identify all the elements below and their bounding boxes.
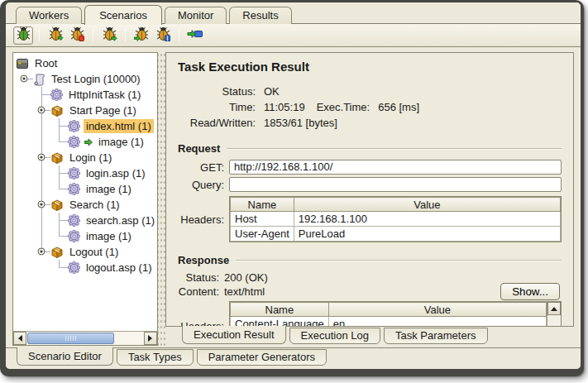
tab-workers[interactable]: Workers xyxy=(16,7,82,24)
tree-row-image-1[interactable]: image (1) xyxy=(16,134,156,150)
gear-icon xyxy=(68,261,80,274)
tree-label[interactable]: Test Login (10000) xyxy=(49,72,143,86)
tree-row-login-asp-1[interactable]: login.asp (1) xyxy=(16,165,156,181)
tree-row-root[interactable]: Root xyxy=(16,55,156,71)
get-url-field[interactable]: http://192.168.1.100/ xyxy=(229,160,562,175)
tree-expand-handle[interactable] xyxy=(36,199,46,212)
import-task-button[interactable] xyxy=(131,26,151,45)
tree-label[interactable]: Search (1) xyxy=(67,198,122,212)
tree-row-search-asp-1[interactable]: search.asp (1) xyxy=(16,213,156,228)
tree-label[interactable]: Login (1) xyxy=(67,151,114,165)
tree-label[interactable]: login.asp (1) xyxy=(84,166,148,180)
export-task-button[interactable] xyxy=(99,26,119,45)
table-row[interactable]: Host192.168.1.100 xyxy=(231,212,561,227)
tree-expand-handle[interactable] xyxy=(36,152,46,165)
tree-connector[interactable] xyxy=(33,150,50,165)
execute-task-button[interactable] xyxy=(185,26,205,45)
tree-row-logout-asp-1[interactable]: logout.asp (1) xyxy=(16,260,156,275)
tree-connector[interactable] xyxy=(33,103,50,118)
result-tabstrip: Execution ResultExecution LogTask Parame… xyxy=(165,327,574,346)
tree-row-start-page-1[interactable]: Start Page (1) xyxy=(16,103,156,118)
tree-label[interactable]: index.html (1) xyxy=(84,119,154,133)
summary-value: OK xyxy=(264,85,280,98)
tree-row-image-1[interactable]: image (1) xyxy=(16,228,156,244)
response-content-label: Content: xyxy=(176,285,219,298)
table-cell[interactable]: en xyxy=(328,317,546,328)
tree-row-image-1[interactable]: image (1) xyxy=(16,181,156,197)
tree-row-httpinittask-1[interactable]: HttpInitTask (1) xyxy=(16,87,156,103)
tab-scenarios[interactable]: Scenarios xyxy=(84,5,162,25)
tree-horizontal-scrollbar[interactable] xyxy=(13,331,157,345)
tree-label[interactable]: search.asp (1) xyxy=(84,213,157,227)
gear-icon xyxy=(68,183,80,195)
get-label: GET: xyxy=(176,161,224,174)
tab-execution-result[interactable]: Execution Result xyxy=(182,326,286,344)
tree-connector[interactable] xyxy=(33,244,50,260)
tab-results[interactable]: Results xyxy=(229,7,291,24)
tree-expand-handle[interactable] xyxy=(19,74,29,86)
summary-row: Status:OK xyxy=(176,84,562,99)
tree-label[interactable]: Root xyxy=(32,56,60,70)
new-scenario-button[interactable] xyxy=(13,26,33,45)
tree-connector[interactable] xyxy=(16,71,33,87)
scroll-up-button[interactable] xyxy=(547,302,561,315)
toolbar-separator xyxy=(93,29,93,41)
tree-guide xyxy=(33,181,50,197)
window-frame: WorkersScenariosMonitorResults RootTest … xyxy=(0,0,584,376)
main-area: RootTest Login (10000)HttpInitTask (1)St… xyxy=(6,47,581,347)
task-doc-button[interactable] xyxy=(153,26,173,45)
bug-add-icon xyxy=(48,26,64,45)
tab-parameter-generators[interactable]: Parameter Generators xyxy=(197,349,327,366)
tree-guide xyxy=(33,228,50,244)
tab-scenario-editor[interactable]: Scenario Editor xyxy=(17,347,113,366)
tree-label[interactable]: Logout (1) xyxy=(67,245,121,259)
tree-row-test-login-10000[interactable]: Test Login (10000) xyxy=(16,71,156,87)
tree-guide xyxy=(16,150,33,165)
tree-expand-handle[interactable] xyxy=(36,247,46,259)
column-header-name[interactable]: Name xyxy=(231,198,294,212)
tree-row-logout-1[interactable]: Logout (1) xyxy=(16,244,156,260)
show-content-button[interactable]: Show... xyxy=(500,283,560,300)
tree-guide xyxy=(33,165,50,181)
scroll-left-button[interactable] xyxy=(13,332,26,345)
tab-task-types[interactable]: Task Types xyxy=(117,349,194,366)
tab-monitor[interactable]: Monitor xyxy=(165,7,227,24)
tree-connector xyxy=(50,213,68,228)
tree-connector[interactable] xyxy=(33,197,50,213)
column-header-name[interactable]: Name xyxy=(231,303,329,317)
column-header-value[interactable]: Value xyxy=(328,303,546,317)
tree-label[interactable]: image (1) xyxy=(96,135,146,149)
table-cell[interactable]: Host xyxy=(231,212,294,227)
tree-label[interactable]: HttpInitTask (1) xyxy=(66,88,143,102)
table-row[interactable]: User-AgentPureLoad xyxy=(231,227,561,242)
splitpane-divider[interactable] xyxy=(158,52,165,346)
delete-task-button[interactable] xyxy=(67,26,87,45)
response-table-scrollbar[interactable] xyxy=(547,302,561,327)
scrollbar-thumb[interactable] xyxy=(27,333,114,344)
toolbar-separator xyxy=(179,29,179,41)
table-cell[interactable]: User-Agent xyxy=(231,227,294,242)
tree-connector xyxy=(50,134,68,150)
query-field[interactable] xyxy=(229,177,562,192)
main-tabstrip: WorkersScenariosMonitorResults xyxy=(6,2,581,24)
tab-task-parameters[interactable]: Task Parameters xyxy=(384,328,488,344)
tree-expand-handle[interactable] xyxy=(36,105,46,117)
tree-row-login-1[interactable]: Login (1) xyxy=(16,150,156,165)
table-cell[interactable]: 192.168.1.100 xyxy=(294,212,560,227)
table-cell[interactable]: PureLoad xyxy=(294,227,560,242)
tree-row-index-html-1[interactable]: index.html (1) xyxy=(16,118,156,134)
tree-label[interactable]: logout.asp (1) xyxy=(84,261,155,275)
scrollbar-track[interactable] xyxy=(26,332,144,345)
bug-green-icon xyxy=(16,26,31,45)
tree-label[interactable]: image (1) xyxy=(84,182,134,196)
column-header-value[interactable]: Value xyxy=(294,198,560,212)
tree-row-search-1[interactable]: Search (1) xyxy=(16,197,156,213)
package-icon xyxy=(50,104,64,117)
tree-label[interactable]: Start Page (1) xyxy=(67,103,139,117)
tree-label[interactable]: image (1) xyxy=(84,229,134,243)
tab-execution-log[interactable]: Execution Log xyxy=(289,328,380,344)
scroll-right-button[interactable] xyxy=(144,332,157,345)
summary-extra-label: Exec.Time: xyxy=(317,101,370,113)
add-task-button[interactable] xyxy=(45,26,65,45)
gear-icon xyxy=(68,230,80,242)
